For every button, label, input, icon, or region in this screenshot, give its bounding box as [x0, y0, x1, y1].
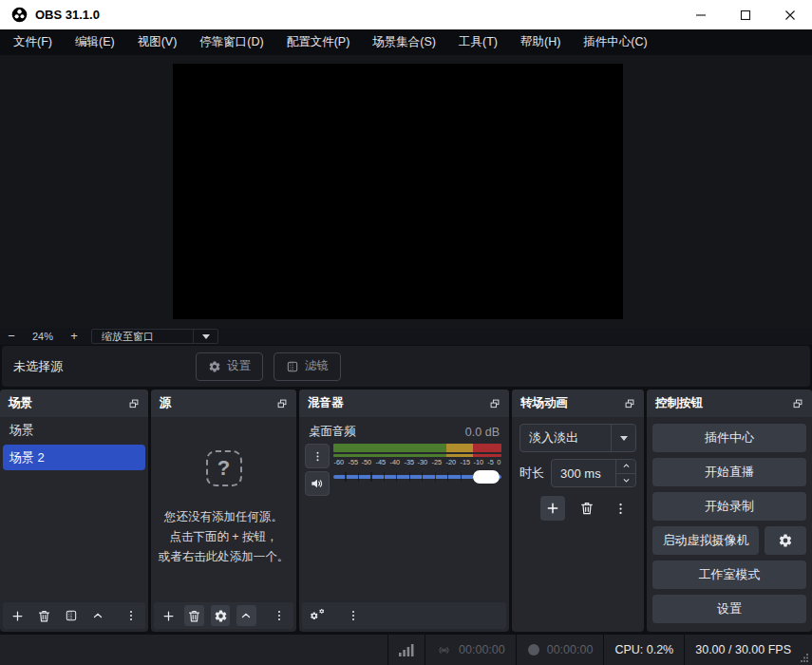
empty-hint-line: 您还没有添加任何源。 — [164, 507, 283, 527]
settings-button[interactable]: 设置 — [652, 595, 806, 623]
remove-source-button[interactable] — [184, 605, 203, 626]
source-properties-toolbar-button[interactable] — [211, 605, 230, 626]
menu-help[interactable]: 帮助(H) — [509, 29, 572, 55]
controls-panel-header[interactable]: 控制按钮 — [647, 390, 812, 417]
zoom-fit-dropdown[interactable]: 缩放至窗口 — [91, 329, 218, 344]
duration-label: 时长 — [519, 465, 544, 482]
slider-handle[interactable] — [473, 470, 500, 484]
cpu-usage: CPU: 0.2% — [603, 635, 684, 665]
stream-timer: 00:00:00 — [459, 643, 505, 656]
question-mark-icon: ? — [206, 450, 242, 486]
menu-tools[interactable]: 工具(T) — [447, 29, 509, 55]
source-properties-button[interactable]: 设置 — [196, 352, 263, 381]
mixer-panel-header[interactable]: 混音器 — [299, 390, 509, 417]
move-source-up-button[interactable] — [236, 605, 255, 626]
zoom-in-button[interactable]: + — [63, 328, 85, 345]
studio-mode-button[interactable]: 工作室模式 — [652, 560, 806, 589]
transitions-panel-header[interactable]: 转场动画 — [512, 390, 644, 417]
combo-arrow[interactable] — [611, 425, 635, 451]
remove-scene-button[interactable] — [34, 605, 54, 626]
scenes-menu-button[interactable] — [121, 605, 141, 626]
no-source-label: 未选择源 — [13, 358, 63, 375]
transitions-panel: 转场动画 淡入淡出 时长 300 ms — [512, 390, 644, 632]
zoom-fit-arrow-button[interactable] — [193, 330, 217, 343]
advanced-audio-button[interactable] — [307, 605, 330, 626]
window-title: OBS 31.1.0 — [35, 8, 100, 22]
maximize-button[interactable] — [723, 0, 767, 29]
transition-selected: 淡入淡出 — [520, 429, 611, 446]
sources-menu-button[interactable] — [270, 605, 289, 626]
transitions-body: 淡入淡出 时长 300 ms — [512, 417, 644, 527]
popout-icon[interactable] — [128, 398, 140, 409]
menu-edit[interactable]: 编辑(E) — [64, 29, 126, 55]
preview-area[interactable] — [0, 55, 812, 328]
chevron-up-icon — [622, 462, 631, 470]
transitions-panel-title: 转场动画 — [520, 395, 568, 411]
obs-logo-icon — [11, 7, 28, 23]
plugin-center-button[interactable]: 插件中心 — [652, 424, 806, 452]
gear-icon — [208, 360, 221, 373]
transitions-menu-button[interactable] — [609, 498, 632, 519]
source-filters-button[interactable]: 滤镜 — [274, 352, 341, 381]
scene-filters-button[interactable] — [61, 605, 81, 626]
trash-icon — [37, 609, 51, 623]
add-transition-button[interactable] — [540, 496, 565, 521]
chevron-up-icon — [91, 609, 104, 622]
cpu-usage-value: CPU: 0.2% — [614, 643, 673, 656]
menu-profile[interactable]: 配置文件(P) — [275, 29, 362, 55]
popout-icon[interactable] — [489, 398, 500, 409]
menu-file[interactable]: 文件(F) — [2, 29, 64, 55]
sources-panel-header[interactable]: 源 — [151, 390, 296, 417]
duration-value[interactable]: 300 ms — [552, 460, 615, 486]
menu-view[interactable]: 视图(V) — [126, 29, 189, 55]
minimize-icon — [695, 10, 707, 21]
menu-docks[interactable]: 停靠窗口(D) — [188, 29, 274, 55]
scenes-toolbar — [3, 602, 145, 629]
menubar: 文件(F) 编辑(E) 视图(V) 停靠窗口(D) 配置文件(P) 场景集合(S… — [0, 29, 812, 55]
add-scene-button[interactable] — [8, 605, 28, 626]
mixer-menu-button[interactable] — [342, 605, 365, 626]
controls-panel-title: 控制按钮 — [655, 395, 703, 411]
start-virtual-camera-button[interactable]: 启动虚拟摄像机 — [652, 526, 759, 555]
zoom-level: 24% — [23, 331, 63, 342]
signal-bars-icon — [399, 643, 414, 656]
duration-spinbox[interactable]: 300 ms — [551, 459, 636, 487]
popout-icon[interactable] — [624, 398, 635, 409]
scene-item[interactable]: 场景 — [0, 417, 148, 443]
move-scene-up-button[interactable] — [87, 605, 107, 626]
channel-menu-button[interactable] — [305, 444, 330, 468]
close-button[interactable] — [767, 0, 812, 29]
start-streaming-button[interactable]: 开始直播 — [652, 458, 806, 486]
start-recording-button[interactable]: 开始录制 — [652, 492, 806, 521]
preview-canvas[interactable] — [173, 64, 623, 319]
spin-down-button[interactable] — [616, 473, 635, 487]
menu-scene-collection[interactable]: 场景集合(S) — [361, 29, 447, 55]
resize-grip[interactable] — [801, 654, 809, 662]
connection-quality — [387, 635, 425, 665]
mute-button[interactable] — [305, 471, 330, 496]
record-circle-icon — [527, 643, 540, 656]
meter-bar-right — [333, 454, 501, 457]
spin-up-button[interactable] — [616, 460, 635, 473]
dock-area: 场景 场景 场景 2 源 ? 您 — [0, 390, 812, 632]
dots-vertical-icon — [124, 609, 138, 622]
dots-vertical-icon — [312, 450, 324, 463]
mixer-panel-title: 混音器 — [308, 395, 344, 411]
menu-plugin-center[interactable]: 插件中心(C) — [572, 29, 658, 55]
sources-empty-state[interactable]: ? 您还没有添加任何源。 点击下面的 + 按钮， 或者右击此处添加一个。 — [151, 417, 296, 599]
popout-icon[interactable] — [276, 398, 288, 409]
popout-icon[interactable] — [792, 398, 803, 409]
controls-panel: 控制按钮 插件中心 开始直播 开始录制 启动虚拟摄像机 工作室模式 设置 — [647, 390, 812, 632]
scenes-panel: 场景 场景 场景 2 — [0, 390, 148, 632]
dots-vertical-icon — [614, 502, 628, 516]
minimize-button[interactable] — [678, 0, 723, 29]
scene-item-selected[interactable]: 场景 2 — [3, 445, 145, 470]
virtual-camera-settings-button[interactable] — [765, 526, 806, 555]
remove-transition-button[interactable] — [576, 498, 598, 519]
volume-slider[interactable] — [333, 470, 501, 484]
close-icon — [784, 10, 796, 21]
scenes-panel-header[interactable]: 场景 — [0, 390, 148, 417]
transition-select[interactable]: 淡入淡出 — [519, 424, 636, 452]
zoom-out-button[interactable]: − — [0, 328, 23, 345]
add-source-button[interactable] — [159, 605, 178, 626]
